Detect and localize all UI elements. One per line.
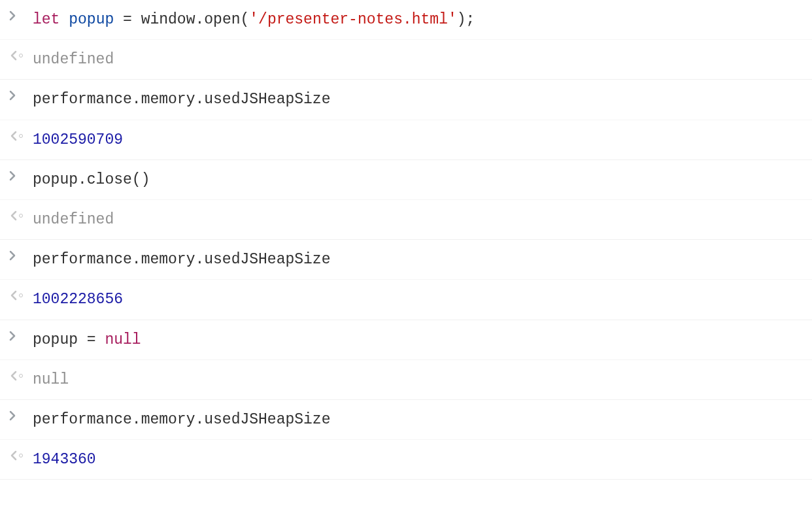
console-input-text[interactable]: performance.memory.usedJSHeapSize bbox=[33, 89, 805, 110]
output-arrow-icon bbox=[9, 450, 23, 461]
chevron-right-icon bbox=[9, 10, 17, 21]
code-token: popup.close() bbox=[33, 171, 150, 188]
row-gutter bbox=[9, 249, 33, 261]
console-output-row: null bbox=[0, 360, 812, 400]
code-token: = window.open( bbox=[114, 11, 249, 28]
row-gutter bbox=[9, 169, 33, 181]
console-output-row: 1943360 bbox=[0, 440, 812, 480]
console-input-row: let popup = window.open('/presenter-note… bbox=[0, 0, 812, 40]
row-gutter bbox=[9, 289, 33, 301]
output-arrow-icon bbox=[9, 210, 23, 221]
console-input-text[interactable]: popup = null bbox=[33, 329, 805, 350]
code-token: let bbox=[33, 11, 59, 28]
console-input-row: performance.memory.usedJSHeapSize bbox=[0, 240, 812, 280]
console-input-text[interactable]: popup.close() bbox=[33, 169, 805, 190]
console-output-text: undefined bbox=[33, 49, 805, 70]
output-arrow-icon bbox=[9, 50, 23, 61]
code-token: '/presenter-notes.html' bbox=[249, 11, 456, 28]
console-output-text: undefined bbox=[33, 209, 805, 230]
console-input-row: performance.memory.usedJSHeapSize bbox=[0, 400, 812, 440]
chevron-right-icon bbox=[9, 331, 17, 341]
console-input-row: popup.close() bbox=[0, 160, 812, 200]
code-token: popup bbox=[69, 11, 114, 28]
row-gutter bbox=[9, 209, 33, 221]
console-input-text[interactable]: let popup = window.open('/presenter-note… bbox=[33, 9, 805, 30]
output-arrow-icon bbox=[9, 131, 23, 141]
chevron-right-icon bbox=[9, 171, 17, 181]
console-output-text: 1943360 bbox=[33, 449, 805, 470]
row-gutter bbox=[9, 129, 33, 141]
code-token: null bbox=[105, 331, 141, 348]
row-gutter bbox=[9, 449, 33, 461]
code-token: 1943360 bbox=[33, 451, 96, 468]
row-gutter bbox=[9, 49, 33, 61]
console-output-text: 1002228656 bbox=[33, 289, 805, 310]
row-gutter bbox=[9, 9, 33, 21]
code-token: ); bbox=[457, 11, 475, 28]
row-gutter bbox=[9, 89, 33, 101]
row-gutter bbox=[9, 369, 33, 381]
code-token: 1002590709 bbox=[33, 131, 123, 148]
chevron-right-icon bbox=[9, 90, 17, 101]
code-token: popup = bbox=[33, 331, 105, 348]
console-output-text: null bbox=[33, 369, 805, 390]
console-input-text[interactable]: performance.memory.usedJSHeapSize bbox=[33, 249, 805, 270]
code-token: undefined bbox=[33, 51, 114, 68]
code-token: undefined bbox=[33, 211, 114, 228]
output-arrow-icon bbox=[9, 290, 23, 301]
console-output-row: undefined bbox=[0, 200, 812, 240]
chevron-right-icon bbox=[9, 410, 17, 421]
code-token: performance.memory.usedJSHeapSize bbox=[33, 91, 330, 108]
console-output-row: 1002228656 bbox=[0, 280, 812, 320]
code-token: null bbox=[33, 371, 69, 388]
console-input-text[interactable]: performance.memory.usedJSHeapSize bbox=[33, 409, 805, 430]
console-input-row: popup = null bbox=[0, 320, 812, 360]
console-output-row: 1002590709 bbox=[0, 120, 812, 160]
code-token: performance.memory.usedJSHeapSize bbox=[33, 411, 330, 428]
output-arrow-icon bbox=[9, 371, 23, 381]
code-token: 1002228656 bbox=[33, 291, 123, 308]
chevron-right-icon bbox=[9, 250, 17, 261]
console-input-row: performance.memory.usedJSHeapSize bbox=[0, 80, 812, 120]
code-token: performance.memory.usedJSHeapSize bbox=[33, 251, 330, 268]
code-token bbox=[59, 11, 69, 28]
console-log: let popup = window.open('/presenter-note… bbox=[0, 0, 812, 480]
console-output-text: 1002590709 bbox=[33, 129, 805, 150]
row-gutter bbox=[9, 409, 33, 421]
row-gutter bbox=[9, 329, 33, 341]
console-output-row: undefined bbox=[0, 40, 812, 80]
